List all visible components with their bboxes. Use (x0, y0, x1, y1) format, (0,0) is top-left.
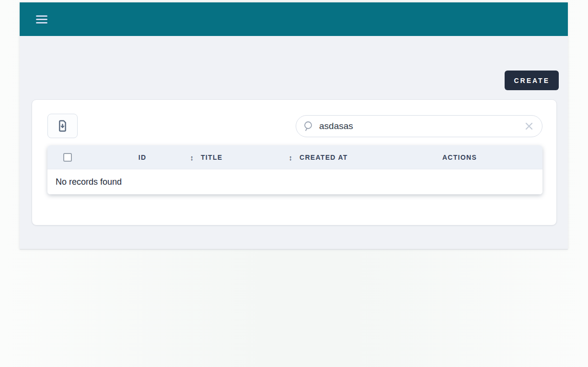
file-download-icon (56, 119, 69, 132)
records-table: ID ↕ TITLE ↕ CREATED AT ACTIONS (47, 145, 542, 194)
column-header-title[interactable]: TITLE ↕ (197, 145, 296, 169)
sort-icon-title[interactable]: ↕ (289, 153, 293, 161)
column-label-created-at: CREATED AT (300, 154, 348, 161)
records-card: ID ↕ TITLE ↕ CREATED AT ACTIONS (32, 99, 557, 225)
column-header-id[interactable]: ID ↕ (88, 145, 197, 169)
create-button[interactable]: CREATE (505, 71, 559, 90)
sort-icon-id[interactable]: ↕ (190, 153, 194, 161)
menu-button[interactable] (32, 10, 51, 29)
column-label-actions: ACTIONS (442, 154, 477, 161)
empty-message: No records found (56, 177, 122, 187)
app-window: CREATE (20, 2, 568, 249)
hamburger-icon (36, 13, 47, 25)
column-label-id: ID (138, 154, 147, 161)
search-box (296, 115, 542, 137)
search-icon (303, 120, 314, 132)
table-header-row: ID ↕ TITLE ↕ CREATED AT ACTIONS (47, 145, 542, 169)
app-header (20, 2, 568, 36)
column-header-actions: ACTIONS (416, 145, 503, 169)
clear-search-button[interactable] (522, 119, 536, 133)
select-all-checkbox[interactable] (63, 153, 72, 162)
empty-state-row: No records found (47, 169, 542, 194)
export-button[interactable] (47, 114, 78, 138)
column-header-created-at: CREATED AT (296, 145, 416, 169)
column-label-title: TITLE (201, 154, 222, 161)
close-icon (523, 120, 535, 132)
column-header-select (47, 145, 88, 169)
column-header-spacer (503, 145, 542, 169)
content-area: CREATE (20, 36, 568, 249)
search-input[interactable] (319, 121, 522, 131)
